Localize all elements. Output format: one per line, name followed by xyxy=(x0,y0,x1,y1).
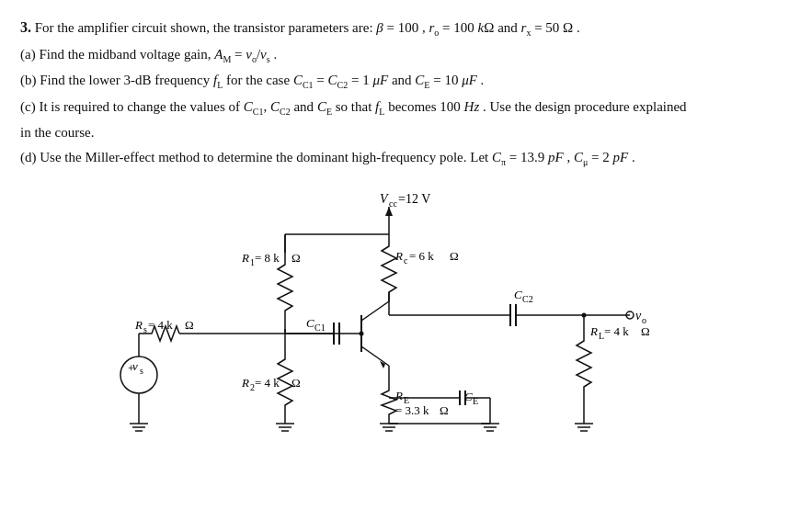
part-c: (c) It is required to change the values … xyxy=(20,96,780,119)
r2-val: = 4 k xyxy=(255,376,280,390)
re-val: = 3.3 k xyxy=(395,403,429,417)
r1-label: R xyxy=(241,251,249,265)
problem-intro: 3. For the amplifier circuit shown, the … xyxy=(20,17,780,40)
rs-ohm: Ω xyxy=(185,318,194,332)
vcc-sub: cc xyxy=(389,198,397,209)
vcc-val: =12 V xyxy=(398,192,430,206)
svg-line-18 xyxy=(361,301,389,321)
rl-label: R xyxy=(589,324,598,338)
problem-container: 3. For the amplifier circuit shown, the … xyxy=(20,17,780,170)
r2-label: R xyxy=(241,376,249,390)
rc-ohm: Ω xyxy=(450,249,459,263)
cc2-label: C xyxy=(514,288,522,301)
part-b: (b) Find the lower 3-dB frequency fL for… xyxy=(20,70,780,93)
r1-ohm: Ω xyxy=(291,251,301,265)
cc2-sub: C2 xyxy=(522,294,533,304)
cc1-label: C xyxy=(306,316,314,330)
vo-label: v xyxy=(635,309,642,323)
part-c-cont: in the course. xyxy=(20,122,780,143)
rc-sub: c xyxy=(404,255,408,266)
rs-label: R xyxy=(134,318,143,332)
svg-line-16 xyxy=(361,346,389,366)
r2-ohm: Ω xyxy=(291,376,301,390)
part-d: (d) Use the Miller-effect method to dete… xyxy=(20,147,780,170)
rc-val: = 6 k xyxy=(409,249,434,263)
problem-number: 3. xyxy=(20,19,31,35)
circuit-diagram: V cc =12 V R c = 6 k Ω R 1 = 8 k Ω C C1 xyxy=(106,187,694,471)
cc1-sub: C1 xyxy=(314,323,326,333)
part-a: (a) Find the midband voltage gain, AM = … xyxy=(20,44,780,67)
vs-plus: + xyxy=(128,361,134,375)
svg-point-44 xyxy=(120,357,157,393)
rl-ohm: Ω xyxy=(641,324,650,338)
vcc-label: V xyxy=(380,192,389,206)
circuit-svg: V cc =12 V R c = 6 k Ω R 1 = 8 k Ω C C1 xyxy=(106,187,694,471)
re-ohm: Ω xyxy=(440,403,449,417)
re-label: R xyxy=(394,389,403,402)
rl-val: = 4 k xyxy=(604,324,629,338)
rs-val: = 4 k xyxy=(148,318,173,332)
rc-label: R xyxy=(394,249,403,263)
vs-sub: s xyxy=(140,366,143,376)
r1-val: = 8 k xyxy=(255,251,280,265)
